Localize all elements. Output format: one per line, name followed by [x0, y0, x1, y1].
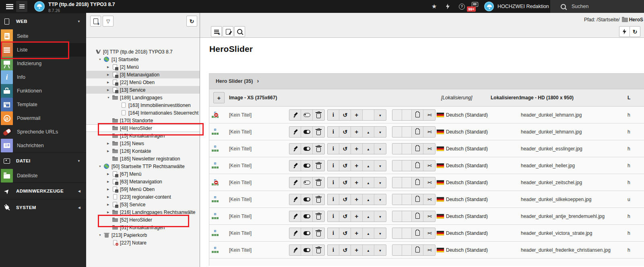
tree-expand-arrow[interactable]: ▼ — [99, 234, 103, 236]
clipboard-copy-button[interactable] — [412, 177, 423, 188]
record-type-icon[interactable] — [212, 196, 219, 203]
move-up-button[interactable] — [363, 177, 374, 188]
path-dir[interactable]: /Startseite/ — [597, 17, 619, 23]
record-title[interactable]: [Kein Titel] — [229, 146, 252, 152]
tree-toggle-button[interactable] — [16, 1, 27, 12]
sidebar-item-indizierung[interactable]: Indizierung — [0, 57, 86, 70]
sidebar-item-info[interactable]: Info — [0, 70, 86, 84]
tree-expand-arrow[interactable]: ▶ — [107, 188, 112, 191]
history-button[interactable] — [339, 245, 351, 255]
record-title[interactable]: [Kein Titel] — [229, 214, 252, 219]
edit-button[interactable] — [289, 144, 301, 154]
tree-item-163-immobilieninvestitionen[interactable]: [163] Immobilieninvestitionen — [86, 101, 200, 109]
sidebar-item-sprechende-urls[interactable]: Sprechende URLs — [0, 125, 86, 139]
tree-item-223-regionaler-content[interactable]: ▶ [223] regionaler-content — [86, 193, 200, 201]
filter-button[interactable]: ▽ — [103, 16, 114, 27]
info-button[interactable] — [328, 127, 339, 137]
tree-expand-arrow[interactable]: ▶ — [107, 142, 112, 145]
move-down-button[interactable] — [374, 110, 386, 120]
bookmark-star-icon[interactable]: ★ — [431, 0, 437, 13]
delete-button[interactable] — [313, 127, 324, 137]
move-up-button[interactable] — [363, 211, 374, 222]
record-type-icon[interactable] — [212, 213, 219, 220]
typo3-logo-icon[interactable] — [34, 1, 45, 12]
record-type-icon[interactable] — [212, 179, 219, 186]
edit-button[interactable] — [289, 211, 301, 222]
tree-expand-arrow[interactable]: ▼ — [99, 165, 103, 168]
new-record-after-button[interactable] — [351, 127, 363, 137]
clipboard-copy-button[interactable] — [412, 245, 423, 255]
tree-item-213-papierkorb[interactable]: ▼ [213] Papierkorb — [86, 231, 200, 239]
tree-item-50-startseite-ttp-rechtsanw-lte[interactable]: ▼ [50] Startseite TTP Rechtsanwälte — [86, 162, 200, 170]
info-button[interactable] — [328, 194, 339, 205]
sidebar-item-seite[interactable]: Seite — [0, 29, 86, 43]
visibility-toggle[interactable] — [301, 160, 313, 171]
clear-cache-icon[interactable] — [446, 0, 450, 13]
move-down-button[interactable] — [374, 211, 386, 222]
visibility-toggle[interactable] — [301, 144, 313, 154]
clipboard-copy-button[interactable] — [412, 110, 423, 120]
new-record-after-button[interactable] — [351, 194, 363, 205]
history-button[interactable] — [339, 127, 351, 137]
tree-item-59-men-oben[interactable]: ▶ [59] Menü Oben — [86, 185, 200, 193]
edit-button[interactable] — [289, 177, 301, 188]
edit-button[interactable] — [289, 194, 301, 205]
move-up-button[interactable] — [363, 160, 374, 171]
move-up-button[interactable] — [363, 127, 374, 137]
visibility-toggle[interactable] — [301, 127, 313, 137]
move-down-button[interactable] — [374, 228, 386, 238]
move-down-button[interactable] — [374, 127, 386, 137]
reload-button[interactable]: ↻ — [630, 26, 640, 37]
edit-records-button[interactable] — [223, 26, 233, 37]
delete-button[interactable] — [313, 228, 324, 238]
record-title[interactable]: [Kein Titel] — [229, 129, 252, 135]
record-title[interactable]: [Kein Titel] — [229, 112, 252, 118]
new-page-button[interactable] — [90, 16, 101, 27]
record-type-icon[interactable] — [212, 162, 219, 169]
sidebar-item-funktionen[interactable]: Funktionen — [0, 84, 86, 98]
tree-item-164-internationales-steuerrecht[interactable]: [164] Internationales Steuerrecht — [86, 109, 200, 117]
tree-expand-arrow[interactable]: ▶ — [107, 73, 112, 76]
tree-item-0-ttp-ttp-de-2018-typo3-8-7[interactable]: [0] TTP (ttp.de 2018) TYPO3 8.7 — [86, 48, 200, 55]
move-down-button[interactable] — [374, 160, 386, 171]
clipboard-cut-button[interactable] — [423, 144, 435, 154]
tree-item-189-landingpages[interactable]: ▼ [189] Landingpages — [86, 94, 200, 101]
info-button[interactable] — [328, 228, 339, 238]
edit-button[interactable] — [289, 127, 301, 137]
clipboard-cut-button[interactable] — [423, 110, 435, 120]
delete-button[interactable] — [313, 245, 324, 255]
move-down-button[interactable] — [374, 245, 386, 255]
menu-toggle-icon[interactable] — [6, 4, 13, 5]
new-record-after-button[interactable] — [351, 177, 363, 188]
move-down-button[interactable] — [374, 144, 386, 154]
tree-expand-arrow[interactable]: ▶ — [107, 81, 112, 84]
delete-button[interactable] — [313, 110, 324, 120]
new-record-after-button[interactable] — [351, 160, 363, 171]
new-record-after-button[interactable] — [351, 228, 363, 238]
history-button[interactable] — [339, 144, 351, 154]
new-record-after-button[interactable] — [351, 245, 363, 255]
tree-item-52-heroslider[interactable]: [52] HeroSlider — [86, 216, 200, 224]
tree-item-1-startseite[interactable]: ▼ [1] Startseite — [86, 55, 200, 63]
clipboard-cut-button[interactable] — [423, 160, 435, 171]
move-up-button[interactable] — [363, 194, 374, 205]
info-button[interactable] — [328, 144, 339, 154]
history-button[interactable] — [339, 177, 351, 188]
visibility-toggle[interactable] — [301, 245, 313, 255]
history-button[interactable] — [339, 194, 351, 205]
clear-cache-button[interactable] — [619, 26, 630, 37]
sidebar-item-powermail[interactable]: Powermail — [0, 111, 86, 125]
visibility-toggle[interactable] — [301, 194, 313, 205]
tree-expand-arrow[interactable]: ▶ — [107, 203, 112, 206]
tree-refresh-button[interactable]: ↻ — [186, 16, 197, 27]
clipboard-copy-button[interactable] — [412, 144, 423, 154]
tree-expand-arrow[interactable]: ▶ — [107, 173, 112, 176]
collapse-table-button[interactable]: + — [213, 92, 225, 103]
edit-button[interactable] — [289, 110, 301, 120]
tree-item-53-service[interactable]: ▶ [53] Service — [86, 201, 200, 208]
tree-item-126-kontakte[interactable]: ▶ [126] Kontakte — [86, 147, 200, 155]
help-icon[interactable] — [459, 0, 465, 13]
tree-expand-arrow[interactable]: ▶ — [107, 180, 112, 183]
tree-item-227-notare[interactable]: [227] Notare — [86, 239, 200, 246]
edit-button[interactable] — [289, 228, 301, 238]
